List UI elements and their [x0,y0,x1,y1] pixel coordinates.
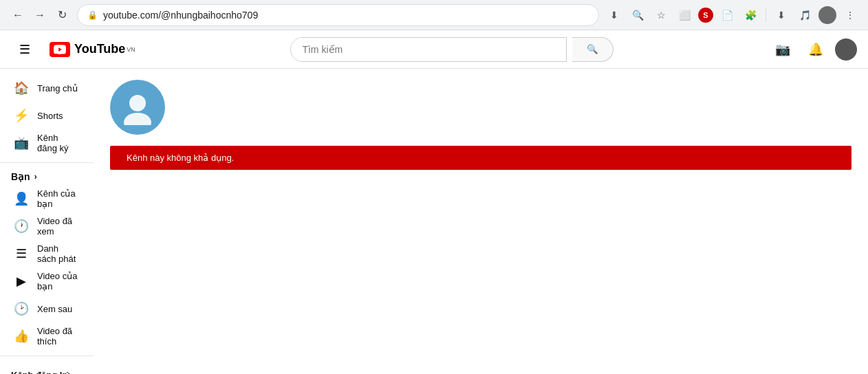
svg-point-0 [129,95,146,111]
chevron-right-icon: › [34,172,37,182]
downloads-button[interactable]: ⬇ [772,6,791,25]
sidebar-item-subscriptions[interactable]: 📺Kênh đăng ký [3,129,91,157]
content-area: Kênh này không khả dụng. [94,69,868,374]
liked-icon: 👍 [14,329,29,344]
separator [766,8,766,22]
youtube-text: YouTube [74,42,125,56]
channel-profile [94,69,868,146]
shorts-icon: ⚡ [14,108,29,123]
search-button[interactable]: 🔍 [628,6,647,25]
sidebar-label: Video đã thích [37,326,80,346]
search-box [290,37,567,62]
watch-later-icon: 🕑 [14,301,29,316]
capture-button[interactable]: ⬜ [675,6,694,25]
sidebar-label: Trang chủ [37,83,78,94]
sidebar-item-shorts[interactable]: ⚡Shorts [3,102,91,129]
music-button[interactable]: 🎵 [795,6,814,25]
sidebar-you-nav: 👤Kênh của bạn🕐Video đã xem☰Danh sách phá… [0,185,94,350]
header-right: 📷 🔔 [769,36,857,63]
youtube-header: ☰ YouTubeVN 🔍 📷 🔔 [0,30,868,69]
you-section-header[interactable]: Bạn › [0,168,94,185]
extension-s-icon: S [698,8,713,23]
user-avatar[interactable] [835,38,857,60]
sidebar-label: Kênh đăng ký [37,133,80,153]
url-text: youtube.com/@nhungbaihocnho709 [103,10,589,21]
search-area: 🔍 [147,37,758,62]
create-button[interactable]: 📷 [769,36,796,63]
home-icon: 🏠 [14,80,29,96]
you-section-title: Bạn [11,171,30,182]
sidebar-label: Xem sau [37,304,72,314]
sidebar-divider-2 [0,355,94,356]
nav-buttons: ← → ↻ [8,6,72,25]
extensions-button[interactable]: 🧩 [741,6,760,25]
sidebar-main-nav: 🏠Trang chủ⚡Shorts📺Kênh đăng ký [0,74,94,157]
chrome-profile-avatar[interactable] [818,6,836,24]
error-banner: Kênh này không khả dụng. [110,146,851,170]
browser-actions: ⬇ 🔍 ☆ ⬜ S 📄 🧩 ⬇ 🎵 ⋮ [605,6,860,25]
main-content: 🏠Trang chủ⚡Shorts📺Kênh đăng ký Bạn › 👤Kê… [0,69,868,374]
your-channel-icon: 👤 [14,191,29,206]
sidebar-label: Video đã xem [37,216,80,236]
download-page-button[interactable]: ⬇ [605,6,624,25]
more-button[interactable]: ⋮ [840,6,860,25]
sidebar-label: Kênh của bạn [37,188,80,209]
avatar-icon [120,89,155,125]
sidebar-item-home[interactable]: 🏠Trang chủ [3,74,91,102]
youtube-app: ☰ YouTubeVN 🔍 📷 🔔 [0,30,868,374]
notifications-button[interactable]: 🔔 [802,36,829,63]
your-videos-icon: ▶ [14,274,29,289]
header-left: ☰ YouTubeVN [11,36,135,63]
svg-point-1 [124,113,151,125]
address-bar[interactable]: 🔒 youtube.com/@nhungbaihocnho709 [77,4,599,26]
security-icon: 🔒 [87,10,98,20]
sidebar-label: Danh sách phát [37,243,80,264]
search-input[interactable] [291,38,566,61]
playlists-icon: ☰ [14,246,29,261]
sidebar-label: Video của bạn [37,271,80,292]
subscriptions-icon: 📺 [14,135,29,151]
sidebar-label: Shorts [37,111,63,121]
sidebar-item-your-channel[interactable]: 👤Kênh của bạn [3,185,91,212]
sidebar-item-your-videos[interactable]: ▶Video của bạn [3,267,91,295]
channel-avatar [110,80,165,135]
sidebar-divider-1 [0,162,94,163]
back-button[interactable]: ← [8,6,28,25]
error-message: Kênh này không khả dụng. [127,153,234,163]
bookmark-button[interactable]: ☆ [651,6,671,25]
refresh-button[interactable]: ↻ [52,6,72,25]
reader-button[interactable]: 📄 [717,6,737,25]
search-submit-button[interactable]: 🔍 [572,37,614,62]
sidebar-item-history[interactable]: 🕐Video đã xem [3,212,91,240]
history-icon: 🕐 [14,219,29,234]
browser-chrome: ← → ↻ 🔒 youtube.com/@nhungbaihocnho709 ⬇… [0,0,868,30]
menu-button[interactable]: ☰ [11,36,39,63]
youtube-logo-icon [50,42,70,57]
forward-button[interactable]: → [30,6,50,25]
youtube-logo[interactable]: YouTubeVN [50,42,135,57]
sidebar: 🏠Trang chủ⚡Shorts📺Kênh đăng ký Bạn › 👤Kê… [0,69,94,374]
subscriptions-section-title: Kênh đăng ký [0,362,94,374]
sidebar-item-watch-later[interactable]: 🕑Xem sau [3,295,91,322]
sidebar-item-liked[interactable]: 👍Video đã thích [3,322,91,350]
sidebar-item-playlists[interactable]: ☰Danh sách phát [3,240,91,267]
youtube-vn-badge: VN [127,46,135,53]
